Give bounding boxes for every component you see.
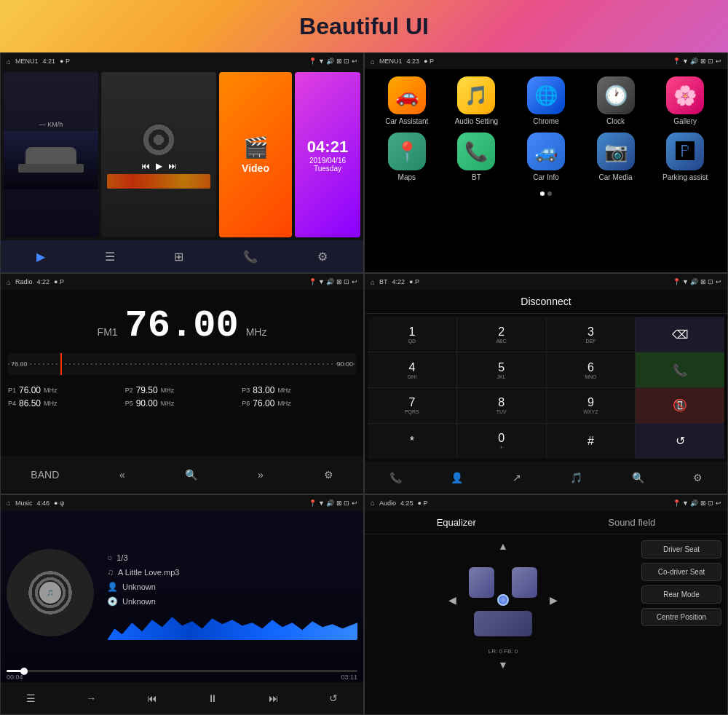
- sound-field-buttons: Driver Seat Co-driver Seat Rear Mode Cen…: [641, 540, 721, 708]
- repeat-icon[interactable]: ↺: [329, 692, 338, 704]
- playlist-icon[interactable]: ☰: [26, 692, 36, 704]
- home-icon-5[interactable]: ⌂: [7, 499, 11, 507]
- bt-contacts-icon[interactable]: 👤: [451, 472, 463, 483]
- dial-key-end-call[interactable]: 📵: [636, 388, 724, 423]
- bt-transfer-icon[interactable]: ↗: [513, 472, 521, 483]
- eq-left-icon[interactable]: ◀: [448, 594, 456, 606]
- app-audio-setting[interactable]: 🎵 Audio Setting: [447, 76, 505, 125]
- app-bt[interactable]: 📞 BT: [447, 133, 505, 181]
- dial-key-7[interactable]: 7PQRS: [368, 388, 456, 423]
- home-icon-6[interactable]: ⌂: [371, 499, 375, 507]
- dial-key-star[interactable]: *: [368, 424, 456, 459]
- preset-p3[interactable]: P3 83.00 MHz: [242, 385, 356, 395]
- play-icon[interactable]: ▶: [156, 161, 162, 171]
- dial-key-0[interactable]: 0+: [457, 424, 546, 459]
- preset-p6-unit: MHz: [277, 400, 291, 407]
- search-icon[interactable]: 🔍: [185, 469, 197, 481]
- prev-station-icon[interactable]: «: [119, 469, 125, 481]
- bt-search-icon[interactable]: 🔍: [632, 472, 644, 483]
- app-maps[interactable]: 📍 Maps: [378, 133, 436, 181]
- status-bar-2: ⌂ MENU1 4:23 ● P 📍 ▼ 🔊 ⊠ ⊡ ↩: [365, 53, 727, 69]
- dial-key-hash[interactable]: #: [547, 424, 636, 459]
- preset-p5-freq: 90.00: [136, 398, 158, 408]
- video-widget[interactable]: 🎬 Video: [219, 72, 292, 237]
- music-controls[interactable]: ⏮ ▶ ⏭: [141, 161, 177, 171]
- prev-track-icon[interactable]: ⏮: [147, 692, 157, 704]
- radio-scale[interactable]: 76.00 90.00: [8, 353, 356, 375]
- rear-mode-button[interactable]: Rear Mode: [641, 585, 721, 604]
- radio-settings-icon[interactable]: ⚙: [324, 469, 333, 481]
- preset-p1[interactable]: P1 76.00 MHz: [8, 385, 122, 395]
- lr-fb-info: LR: 0 FB: 0: [488, 648, 518, 655]
- menu-label-2: MENU1: [379, 58, 403, 65]
- dial-key-5[interactable]: 5JKL: [457, 352, 546, 387]
- pause-icon[interactable]: ⏸: [207, 692, 218, 704]
- dial-key-call[interactable]: 📞: [636, 352, 724, 387]
- audio-setting-icon: 🎵: [457, 76, 495, 114]
- music-vinyl-container: 🎵: [7, 549, 101, 644]
- nav-phone-icon[interactable]: 📞: [243, 250, 258, 264]
- shuffle-icon[interactable]: →: [86, 692, 96, 704]
- preset-p4[interactable]: P4 86.50 MHz: [8, 398, 122, 408]
- app-clock[interactable]: 🕐 Clock: [587, 76, 645, 125]
- dial-key-6[interactable]: 6MNO: [547, 352, 636, 387]
- music-widget[interactable]: ⏮ ▶ ⏭: [101, 72, 216, 237]
- bt-call-icon[interactable]: 📞: [389, 472, 402, 483]
- preset-p2[interactable]: P2 79.50 MHz: [125, 385, 240, 395]
- front-right-seat: [512, 567, 537, 598]
- home-icon-1[interactable]: ⌂: [7, 58, 11, 66]
- next-track-icon[interactable]: ⏭: [269, 692, 279, 704]
- preset-p6[interactable]: P6 76.00 MHz: [242, 398, 356, 408]
- bt-settings-icon[interactable]: ⚙: [693, 472, 703, 483]
- artist-name: Unknown: [122, 582, 156, 591]
- seek-thumb[interactable]: [20, 668, 28, 675]
- music-seek-bar[interactable]: [7, 670, 357, 672]
- app-car-info[interactable]: 🚙 Car Info: [517, 133, 575, 181]
- home-icon-3[interactable]: ⌂: [7, 278, 11, 286]
- tab-sound-field[interactable]: Sound field: [608, 517, 655, 528]
- bluetooth-content: Disconnect 1QD 2ABC 3DEF ⌫ 4GHI 5JKL 6MN…: [365, 290, 727, 461]
- track-number: 1/3: [116, 553, 127, 562]
- eq-down-icon[interactable]: ▼: [498, 659, 508, 671]
- tab-equalizer[interactable]: Equalizer: [437, 517, 476, 528]
- preset-p5[interactable]: P5 90.00 MHz: [125, 398, 240, 408]
- dial-key-9[interactable]: 9WXYZ: [547, 388, 636, 423]
- dial-key-refresh[interactable]: ↺: [636, 424, 724, 459]
- audio-content: Equalizer Sound field ▲ ◀: [365, 511, 727, 714]
- nav-settings-icon[interactable]: ⚙: [317, 250, 328, 264]
- home-icon-4[interactable]: ⌂: [371, 278, 375, 286]
- dial-key-4[interactable]: 4GHI: [368, 352, 456, 387]
- page-header: Beautiful UI: [0, 0, 728, 52]
- app-chrome[interactable]: 🌐 Chrome: [517, 76, 575, 125]
- preset-p3-freq: 83.00: [253, 385, 274, 395]
- bt-nav: 📞 👤 ↗ 🎵 🔍 ⚙: [365, 462, 727, 494]
- dial-key-delete[interactable]: ⌫: [636, 317, 724, 352]
- status-right-5: 📍 ▼ 🔊 ⊠ ⊡ ↩: [309, 499, 357, 507]
- next-station-icon[interactable]: »: [258, 469, 264, 481]
- eq-up-icon[interactable]: ▲: [498, 540, 508, 552]
- co-driver-seat-button[interactable]: Co-driver Seat: [641, 563, 721, 581]
- nav-navigate-icon[interactable]: ▶: [36, 250, 45, 264]
- nav-apps-icon[interactable]: ⊞: [174, 250, 183, 264]
- prev-icon[interactable]: ⏮: [141, 161, 150, 171]
- bt-audio-icon[interactable]: 🎵: [570, 472, 582, 483]
- next-icon[interactable]: ⏭: [168, 161, 177, 171]
- dial-key-8[interactable]: 8TUV: [457, 388, 546, 423]
- centre-position-button[interactable]: Centre Position: [641, 608, 721, 626]
- app-gallery[interactable]: 🌸 Gallery: [656, 76, 714, 125]
- nav-menu-icon[interactable]: ☰: [105, 250, 115, 264]
- home-icon-2[interactable]: ⌂: [371, 58, 375, 66]
- preset-p1-unit: MHz: [44, 387, 58, 394]
- page-title: Beautiful UI: [299, 13, 429, 39]
- eq-right-icon[interactable]: ▶: [550, 594, 558, 606]
- dial-key-1[interactable]: 1QD: [368, 317, 456, 352]
- dial-key-3[interactable]: 3DEF: [547, 317, 636, 352]
- video-icon: 🎬: [243, 135, 269, 159]
- app-row-1: 🚗 Car Assistant 🎵 Audio Setting 🌐 Chrome…: [372, 76, 720, 125]
- dial-key-2[interactable]: 2ABC: [457, 317, 546, 352]
- app-car-media[interactable]: 📷 Car Media: [587, 133, 645, 181]
- driver-seat-button[interactable]: Driver Seat: [641, 540, 721, 558]
- app-car-assistant[interactable]: 🚗 Car Assistant: [378, 76, 436, 125]
- band-button[interactable]: BAND: [31, 469, 59, 481]
- app-parking-assist[interactable]: 🅿 Parking assist: [656, 133, 714, 181]
